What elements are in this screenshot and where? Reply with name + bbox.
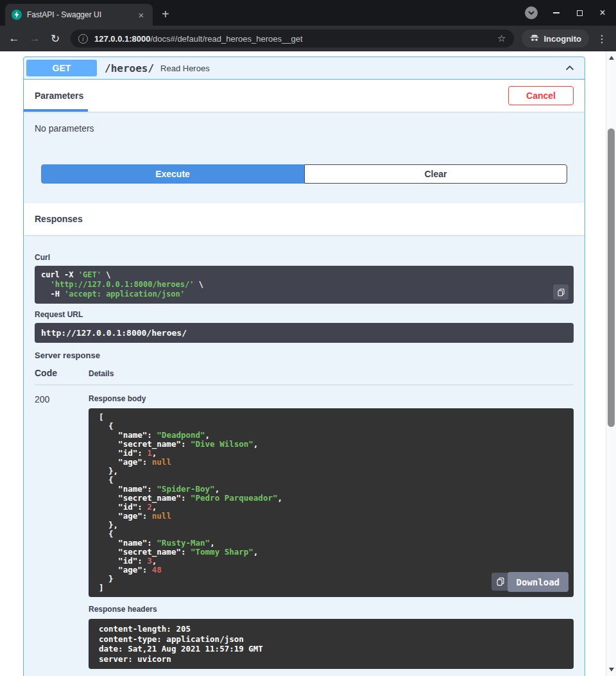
endpoint-summary: Read Heroes bbox=[160, 64, 210, 73]
scrollbar-thumb[interactable] bbox=[608, 128, 615, 427]
tab-title: FastAPI - Swagger UI bbox=[27, 10, 131, 19]
opblock-get-heroes: GET /heroes/ Read Heroes Parameters Canc… bbox=[23, 56, 585, 676]
url-bar[interactable]: i 127.0.0.1:8000/docs#/default/read_hero… bbox=[71, 30, 514, 48]
reload-button[interactable]: ↻ bbox=[47, 32, 63, 46]
parameters-header: Parameters Cancel bbox=[24, 80, 585, 112]
server-response-label: Server response bbox=[35, 351, 574, 360]
execute-row: Execute Clear bbox=[24, 159, 585, 203]
request-url-label: Request URL bbox=[35, 310, 574, 319]
execute-button[interactable]: Execute bbox=[41, 164, 304, 184]
swagger-page: GET /heroes/ Read Heroes Parameters Canc… bbox=[0, 51, 616, 676]
response-body-label: Response body bbox=[89, 394, 574, 403]
scrollbar-up-icon[interactable] bbox=[606, 53, 616, 63]
responses-title: Responses bbox=[35, 214, 83, 224]
response-headers-label: Response headers bbox=[89, 605, 574, 614]
back-button[interactable]: ← bbox=[6, 32, 22, 45]
tab-close-icon[interactable]: × bbox=[136, 10, 146, 21]
url-text: 127.0.0.1:8000/docs#/default/read_heroes… bbox=[94, 34, 491, 44]
clear-button[interactable]: Clear bbox=[304, 164, 567, 184]
curl-command-text: curl -X 'GET' \ 'http://127.0.0.1:8000/h… bbox=[35, 266, 574, 304]
browser-toolbar: ← → ↻ i 127.0.0.1:8000/docs#/default/rea… bbox=[0, 26, 616, 51]
curl-label: Curl bbox=[35, 253, 574, 262]
status-code: 200 bbox=[35, 394, 89, 669]
scrollbar-down-icon[interactable] bbox=[606, 664, 616, 675]
maximize-button[interactable] bbox=[575, 8, 584, 17]
response-headers-text: content-length: 205 content-type: applic… bbox=[89, 619, 574, 669]
request-url-block: http://127.0.0.1:8000/heroes/ bbox=[35, 323, 574, 343]
minimize-button[interactable] bbox=[552, 8, 561, 17]
fastapi-favicon-icon bbox=[12, 10, 22, 20]
new-tab-button[interactable]: + bbox=[162, 8, 169, 21]
window-controls: × bbox=[525, 0, 607, 26]
site-info-icon[interactable]: i bbox=[78, 34, 88, 44]
browser-tab[interactable]: FastAPI - Swagger UI × bbox=[5, 4, 153, 26]
code-column-header: Code bbox=[35, 368, 89, 378]
browser-window: FastAPI - Swagger UI × + × ← → ↻ i 127.0… bbox=[0, 0, 616, 676]
no-parameters-text: No parameters bbox=[35, 123, 94, 134]
responses-header: Responses bbox=[24, 203, 585, 235]
page-scrollbar[interactable] bbox=[606, 51, 616, 676]
request-url-text: http://127.0.0.1:8000/heroes/ bbox=[35, 323, 574, 343]
parameters-tab[interactable]: Parameters bbox=[35, 91, 83, 101]
response-table-header: Code Details bbox=[35, 368, 574, 385]
incognito-icon bbox=[529, 33, 540, 45]
server-response-table: Code Details 200 Response body [ { "name… bbox=[35, 368, 574, 669]
opblock-summary[interactable]: GET /heroes/ Read Heroes bbox=[24, 57, 585, 80]
parameters-body: No parameters bbox=[24, 112, 585, 159]
active-tab-underline bbox=[24, 109, 88, 112]
incognito-label: Incognito bbox=[544, 34, 582, 44]
response-body-json: [ { "name": "Deadpond", "secret_name": "… bbox=[89, 408, 574, 597]
forward-button[interactable]: → bbox=[27, 32, 42, 45]
copy-curl-icon[interactable] bbox=[553, 284, 569, 300]
tab-strip: FastAPI - Swagger UI × + × bbox=[0, 0, 616, 26]
close-button[interactable]: × bbox=[598, 8, 607, 17]
tab-search-icon[interactable] bbox=[525, 6, 538, 19]
response-body-block: [ { "name": "Deadpond", "secret_name": "… bbox=[89, 408, 574, 597]
details-column-header: Details bbox=[89, 369, 574, 378]
response-details-cell: Response body [ { "name": "Deadpond", "s… bbox=[89, 394, 574, 669]
collapse-chevron-icon[interactable] bbox=[564, 62, 576, 74]
cancel-button[interactable]: Cancel bbox=[508, 86, 574, 105]
browser-menu-icon[interactable]: ⋮ bbox=[594, 33, 610, 45]
download-button[interactable]: Download bbox=[508, 572, 569, 592]
response-headers-block: content-length: 205 content-type: applic… bbox=[89, 619, 574, 669]
responses-body: Curl curl -X 'GET' \ 'http://127.0.0.1:8… bbox=[24, 235, 585, 676]
copy-response-icon[interactable] bbox=[492, 573, 509, 591]
incognito-badge: Incognito bbox=[522, 30, 590, 48]
method-badge: GET bbox=[26, 60, 97, 76]
response-table-row: 200 Response body [ { "name": "Deadpond"… bbox=[35, 385, 574, 669]
bookmark-star-icon[interactable]: ☆ bbox=[497, 33, 506, 44]
endpoint-path: /heroes/ bbox=[105, 62, 154, 74]
curl-command-block: curl -X 'GET' \ 'http://127.0.0.1:8000/h… bbox=[35, 266, 574, 304]
